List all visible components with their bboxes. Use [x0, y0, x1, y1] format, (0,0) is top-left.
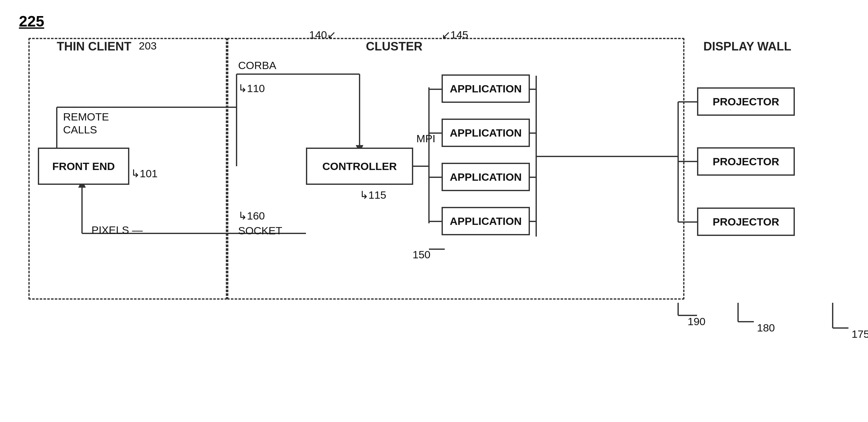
ref-160: ↳160 — [238, 209, 265, 222]
ref-180: 180 — [757, 322, 775, 334]
ref-140: 140↙ — [309, 28, 336, 41]
app4-label: APPLICATION — [450, 215, 522, 228]
proj3-label: PROJECTOR — [713, 216, 779, 228]
app2-box: APPLICATION — [441, 119, 530, 147]
remote-calls-label: REMOTECALLS — [63, 111, 109, 136]
ref-101: ↳101 — [131, 167, 158, 180]
ref-150: 150 — [412, 248, 431, 261]
app3-box: APPLICATION — [441, 163, 530, 191]
ref-175: 175 — [851, 328, 868, 340]
front-end-label: FRONT END — [52, 160, 115, 173]
proj2-box: PROJECTOR — [697, 147, 795, 176]
controller-box: CONTROLLER — [306, 148, 413, 185]
ref-190: 190 — [688, 315, 706, 328]
app1-label: APPLICATION — [450, 83, 522, 95]
controller-label: CONTROLLER — [322, 160, 397, 173]
thin-client-title: THIN CLIENT — [57, 40, 131, 53]
app4-box: APPLICATION — [441, 207, 530, 235]
front-end-box: FRONT END — [38, 148, 129, 185]
app1-box: APPLICATION — [441, 74, 530, 103]
proj3-box: PROJECTOR — [697, 208, 795, 236]
ref-115: ↳115 — [360, 189, 386, 201]
app2-label: APPLICATION — [450, 127, 522, 139]
fig-label: 225 — [19, 12, 44, 30]
socket-label: SOCKET — [238, 224, 282, 237]
display-wall-title: DISPLAY WALL — [703, 40, 792, 53]
pixels-label: PIXELS — — [91, 224, 143, 236]
cluster-title: CLUSTER — [366, 40, 422, 53]
app3-label: APPLICATION — [450, 171, 522, 183]
proj1-box: PROJECTOR — [697, 87, 795, 116]
diagram: 225 — [19, 12, 855, 410]
proj1-label: PROJECTOR — [713, 96, 779, 108]
proj2-label: PROJECTOR — [713, 155, 779, 168]
ref-110: ↳110 — [238, 82, 265, 95]
mpi-label: MPI — [416, 132, 435, 145]
corba-label: CORBA — [238, 59, 276, 71]
ref-203: 203 — [139, 40, 157, 52]
ref-145: ↙145 — [441, 28, 468, 41]
